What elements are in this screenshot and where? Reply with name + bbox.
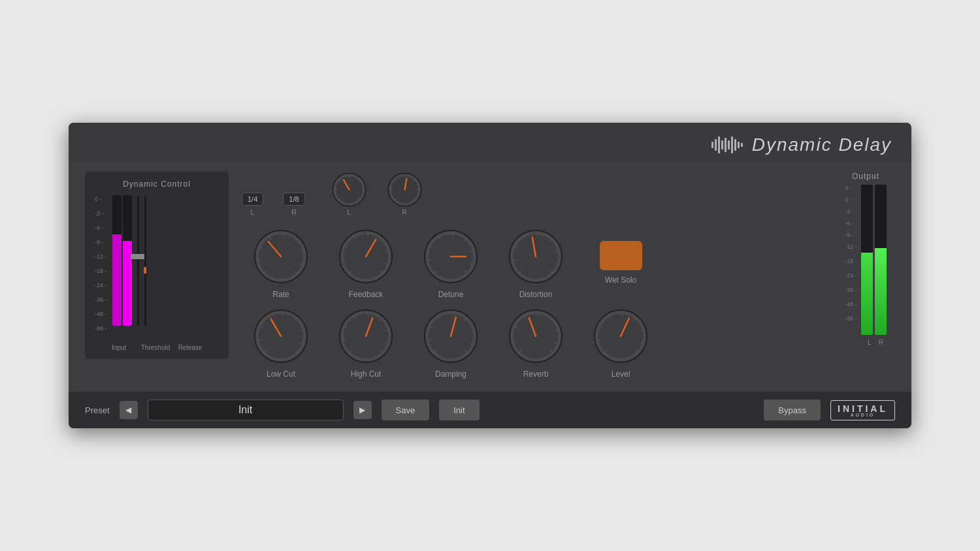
distortion-knob[interactable] bbox=[508, 229, 564, 285]
output-fill-l bbox=[861, 253, 873, 336]
svg-rect-9 bbox=[741, 143, 743, 147]
output-title: Output bbox=[852, 172, 879, 181]
rate-label: Rate bbox=[272, 290, 289, 299]
waveform-icon bbox=[711, 135, 744, 155]
detune-label: Detune bbox=[438, 290, 464, 299]
feedback-label: Feedback bbox=[349, 290, 384, 299]
plugin-title: Dynamic Delay bbox=[752, 134, 892, 155]
reverb-label: Reverb bbox=[523, 370, 549, 379]
svg-rect-8 bbox=[738, 142, 740, 148]
svg-line-84 bbox=[282, 312, 283, 317]
svg-line-132 bbox=[622, 312, 623, 317]
input-meter-l bbox=[112, 195, 122, 326]
input-meter-l-fill bbox=[112, 234, 122, 326]
out-label-n12: -12 - bbox=[845, 244, 857, 258]
release-fader[interactable] bbox=[144, 195, 146, 326]
threshold-label: Threshold bbox=[139, 344, 172, 351]
rate-knob[interactable] bbox=[253, 229, 309, 285]
distortion-label: Distortion bbox=[519, 290, 553, 299]
out-label-n18: -18 - bbox=[845, 258, 857, 272]
detune-knob-col: Detune bbox=[412, 229, 490, 299]
low-cut-knob-col: Low Cut bbox=[242, 309, 320, 379]
meter-labels: 0 - -3 - -6 - -9 - -12 - -18 - -24 - -36… bbox=[95, 195, 107, 340]
svg-rect-4 bbox=[725, 138, 727, 152]
save-button[interactable]: Save bbox=[382, 400, 430, 420]
controls-area: 1/4 L 1/8 R bbox=[242, 172, 823, 379]
input-meter-r bbox=[123, 195, 132, 326]
release-label: Release bbox=[177, 344, 203, 351]
out-label-0: 0 - bbox=[845, 197, 857, 208]
damping-knob-col: Damping bbox=[412, 309, 490, 379]
svg-rect-0 bbox=[711, 142, 713, 148]
init-button[interactable]: Init bbox=[439, 400, 479, 420]
output-meter-labels: 3 - 0 - -3 - -6 - -9 - -12 - -18 - -24 -… bbox=[845, 185, 857, 330]
time-selector-l-label: L bbox=[251, 208, 255, 216]
reverb-knob[interactable] bbox=[508, 309, 564, 364]
preset-name-text: Init bbox=[238, 404, 252, 416]
feedback-knob[interactable] bbox=[338, 229, 394, 285]
output-section: Output 3 - 0 - -3 - -6 - -9 - -12 - -18 … bbox=[836, 172, 895, 346]
input-meters bbox=[112, 195, 132, 326]
low-cut-label: Low Cut bbox=[267, 370, 295, 379]
preset-prev-button[interactable]: ◀ bbox=[120, 401, 138, 419]
meter-label-36: -36 - bbox=[95, 297, 107, 311]
time-selectors: 1/4 L 1/8 R bbox=[242, 193, 305, 216]
feedback-knob-col: Feedback bbox=[327, 229, 405, 299]
preset-next-button[interactable]: ▶ bbox=[353, 401, 372, 419]
damping-label: Damping bbox=[435, 370, 466, 379]
threshold-fader[interactable] bbox=[137, 195, 139, 326]
svg-rect-7 bbox=[734, 139, 736, 151]
brand-audio: AUDIO bbox=[851, 413, 875, 417]
detune-knob[interactable] bbox=[423, 229, 479, 285]
dynamic-control-title: Dynamic Control bbox=[95, 180, 219, 189]
input-meter-r-fill bbox=[123, 241, 132, 326]
meter-label-48: -48 - bbox=[95, 311, 107, 326]
knob-row-1: Rate bbox=[242, 229, 823, 299]
preset-name-display: Init bbox=[148, 400, 344, 420]
plugin-header: Dynamic Delay bbox=[69, 123, 911, 162]
time-selector-r-label: R bbox=[291, 208, 297, 216]
vol-knob-l-label: L bbox=[347, 209, 351, 216]
output-meter-area: 3 - 0 - -3 - -6 - -9 - -12 - -18 - -24 -… bbox=[845, 185, 887, 335]
out-label-n36: -36 - bbox=[845, 287, 857, 301]
vol-knob-l-col: L bbox=[331, 172, 367, 216]
out-label-n96: -96 - bbox=[845, 315, 857, 330]
time-badge-r[interactable]: 1/8 bbox=[283, 193, 304, 206]
output-l-label: L bbox=[868, 339, 872, 346]
vol-knob-l[interactable] bbox=[331, 172, 367, 208]
input-label: Input bbox=[109, 344, 129, 351]
svg-rect-2 bbox=[718, 136, 720, 153]
distortion-knob-col: Distortion bbox=[497, 229, 575, 299]
threshold-fader-thumb[interactable] bbox=[131, 254, 145, 259]
plugin-container: Dynamic Delay Dynamic Control 0 - -3 - -… bbox=[69, 123, 911, 428]
output-meter-bars bbox=[861, 185, 887, 335]
high-cut-label: High Cut bbox=[351, 370, 382, 379]
svg-rect-3 bbox=[721, 140, 723, 150]
svg-rect-5 bbox=[728, 140, 730, 150]
wet-solo-label: Wet Solo bbox=[605, 276, 636, 285]
out-label-n48: -48 - bbox=[845, 301, 857, 315]
meter-label-0: 0 - bbox=[95, 197, 107, 211]
level-label: Level bbox=[612, 370, 630, 379]
wet-solo-col: Wet Solo bbox=[581, 241, 660, 299]
wet-solo-button[interactable] bbox=[600, 241, 642, 270]
output-bar-l bbox=[861, 185, 873, 335]
threshold-fader-track bbox=[137, 195, 139, 326]
damping-knob[interactable] bbox=[423, 309, 479, 364]
svg-line-72 bbox=[537, 232, 538, 237]
top-row: 1/4 L 1/8 R bbox=[242, 172, 823, 219]
level-knob[interactable] bbox=[593, 309, 649, 364]
reverb-knob-col: Reverb bbox=[497, 309, 575, 379]
plugin-title-area: Dynamic Delay bbox=[711, 134, 892, 155]
vol-knob-r[interactable] bbox=[387, 172, 423, 208]
svg-line-36 bbox=[282, 232, 283, 237]
time-selector-r: 1/8 R bbox=[283, 193, 304, 216]
time-badge-l[interactable]: 1/4 bbox=[242, 193, 263, 206]
out-label-3: 3 - bbox=[845, 185, 857, 197]
svg-line-120 bbox=[537, 312, 538, 317]
meter-label-96: -96 - bbox=[95, 326, 107, 340]
low-cut-knob[interactable] bbox=[253, 309, 309, 364]
bypass-button[interactable]: Bypass bbox=[764, 400, 821, 420]
high-cut-knob[interactable] bbox=[338, 309, 394, 364]
release-fader-thumb[interactable] bbox=[144, 267, 146, 274]
